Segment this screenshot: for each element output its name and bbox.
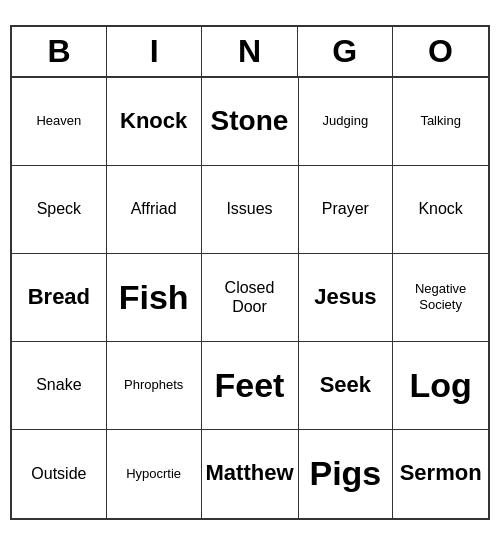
bingo-cell-6: Affriad: [107, 166, 202, 254]
bingo-cell-14: Negative Society: [393, 254, 488, 342]
bingo-cell-17: Feet: [202, 342, 299, 430]
cell-text-18: Seek: [320, 372, 371, 398]
header-letter-b: B: [12, 27, 107, 76]
bingo-cell-9: Knock: [393, 166, 488, 254]
cell-text-13: Jesus: [314, 284, 376, 310]
cell-text-17: Feet: [215, 365, 285, 406]
cell-text-22: Matthew: [206, 460, 294, 486]
bingo-cell-8: Prayer: [299, 166, 394, 254]
cell-text-20: Outside: [31, 464, 86, 483]
bingo-cell-15: Snake: [12, 342, 107, 430]
bingo-cell-23: Pigs: [299, 430, 394, 518]
bingo-cell-22: Matthew: [202, 430, 299, 518]
cell-text-7: Issues: [226, 199, 272, 218]
cell-text-2: Stone: [211, 104, 289, 138]
bingo-cell-1: Knock: [107, 78, 202, 166]
cell-text-4: Talking: [420, 113, 460, 129]
cell-text-21: Hypocrtie: [126, 466, 181, 482]
bingo-cell-19: Log: [393, 342, 488, 430]
cell-text-12: Closed Door: [206, 278, 294, 316]
cell-text-15: Snake: [36, 375, 81, 394]
header-letter-g: G: [298, 27, 393, 76]
bingo-cell-11: Fish: [107, 254, 202, 342]
cell-text-14: Negative Society: [397, 281, 484, 312]
bingo-header: BINGO: [12, 27, 488, 78]
cell-text-23: Pigs: [309, 453, 381, 494]
cell-text-5: Speck: [37, 199, 81, 218]
bingo-cell-12: Closed Door: [202, 254, 299, 342]
cell-text-1: Knock: [120, 108, 187, 134]
bingo-cell-5: Speck: [12, 166, 107, 254]
bingo-cell-2: Stone: [202, 78, 299, 166]
cell-text-9: Knock: [418, 199, 462, 218]
bingo-cell-7: Issues: [202, 166, 299, 254]
cell-text-11: Fish: [119, 277, 189, 318]
header-letter-i: I: [107, 27, 202, 76]
cell-text-8: Prayer: [322, 199, 369, 218]
bingo-cell-0: Heaven: [12, 78, 107, 166]
header-letter-o: O: [393, 27, 488, 76]
cell-text-19: Log: [409, 365, 471, 406]
header-letter-n: N: [202, 27, 297, 76]
cell-text-24: Sermon: [400, 460, 482, 486]
cell-text-16: Phrophets: [124, 377, 183, 393]
bingo-cell-21: Hypocrtie: [107, 430, 202, 518]
cell-text-10: Bread: [28, 284, 90, 310]
cell-text-6: Affriad: [131, 199, 177, 218]
bingo-cell-10: Bread: [12, 254, 107, 342]
bingo-cell-16: Phrophets: [107, 342, 202, 430]
cell-text-0: Heaven: [36, 113, 81, 129]
bingo-cell-4: Talking: [393, 78, 488, 166]
bingo-cell-20: Outside: [12, 430, 107, 518]
bingo-cell-24: Sermon: [393, 430, 488, 518]
bingo-cell-13: Jesus: [299, 254, 394, 342]
bingo-cell-3: Judging: [299, 78, 394, 166]
bingo-grid: HeavenKnockStoneJudgingTalkingSpeckAffri…: [12, 78, 488, 518]
cell-text-3: Judging: [323, 113, 369, 129]
bingo-cell-18: Seek: [299, 342, 394, 430]
bingo-card: BINGO HeavenKnockStoneJudgingTalkingSpec…: [10, 25, 490, 520]
